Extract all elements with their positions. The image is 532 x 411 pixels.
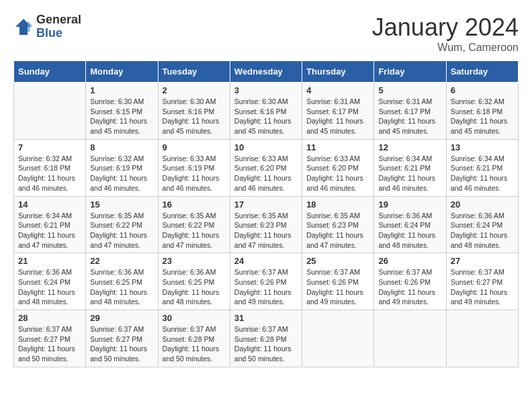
calendar-cell: 16Sunrise: 6:35 AM Sunset: 6:22 PM Dayli… [158,196,230,253]
day-number: 11 [306,142,369,152]
day-number: 14 [18,199,81,210]
calendar-cell [302,310,374,367]
day-info: Sunrise: 6:37 AM Sunset: 6:26 PM Dayligh… [306,267,369,307]
title-area: January 2024 Wum, Cameroon [372,13,519,54]
header-cell-saturday: Saturday [446,61,518,83]
day-info: Sunrise: 6:35 AM Sunset: 6:22 PM Dayligh… [90,211,153,250]
day-number: 24 [234,256,298,266]
calendar-cell: 13Sunrise: 6:34 AM Sunset: 6:21 PM Dayli… [446,139,518,196]
day-info: Sunrise: 6:37 AM Sunset: 6:28 PM Dayligh… [234,324,298,364]
calendar-table: SundayMondayTuesdayWednesdayThursdayFrid… [13,60,519,367]
calendar-cell: 17Sunrise: 6:35 AM Sunset: 6:23 PM Dayli… [230,196,302,253]
day-info: Sunrise: 6:31 AM Sunset: 6:17 PM Dayligh… [306,97,369,136]
day-number: 8 [90,142,153,152]
calendar-cell: 30Sunrise: 6:37 AM Sunset: 6:28 PM Dayli… [158,310,230,367]
calendar-cell: 29Sunrise: 6:37 AM Sunset: 6:27 PM Dayli… [86,310,158,367]
day-info: Sunrise: 6:33 AM Sunset: 6:20 PM Dayligh… [234,154,298,193]
header-cell-friday: Friday [374,61,446,83]
day-number: 15 [90,199,153,210]
day-number: 30 [163,313,226,323]
logo: General Blue [13,13,81,40]
day-info: Sunrise: 6:35 AM Sunset: 6:23 PM Dayligh… [234,211,298,250]
logo-text: General Blue [36,13,81,40]
day-number: 26 [378,256,441,266]
day-number: 3 [234,85,298,95]
calendar-cell: 23Sunrise: 6:36 AM Sunset: 6:25 PM Dayli… [158,253,230,310]
day-info: Sunrise: 6:30 AM Sunset: 6:16 PM Dayligh… [234,97,298,136]
calendar-cell: 8Sunrise: 6:32 AM Sunset: 6:19 PM Daylig… [86,139,158,196]
day-info: Sunrise: 6:34 AM Sunset: 6:21 PM Dayligh… [378,154,441,193]
calendar-cell: 2Sunrise: 6:30 AM Sunset: 6:16 PM Daylig… [158,83,230,140]
day-number: 21 [18,256,81,266]
day-number: 19 [378,199,441,210]
day-info: Sunrise: 6:37 AM Sunset: 6:27 PM Dayligh… [18,324,81,364]
day-number: 13 [451,142,514,152]
day-info: Sunrise: 6:36 AM Sunset: 6:25 PM Dayligh… [90,267,153,307]
day-info: Sunrise: 6:32 AM Sunset: 6:18 PM Dayligh… [451,97,514,136]
calendar-cell: 28Sunrise: 6:37 AM Sunset: 6:27 PM Dayli… [14,310,86,367]
calendar-cell: 22Sunrise: 6:36 AM Sunset: 6:25 PM Dayli… [86,253,158,310]
week-row-4: 21Sunrise: 6:36 AM Sunset: 6:24 PM Dayli… [14,253,519,310]
day-info: Sunrise: 6:35 AM Sunset: 6:23 PM Dayligh… [306,211,369,250]
header-cell-monday: Monday [86,61,158,83]
logo-blue: Blue [36,27,81,40]
day-number: 6 [451,85,514,95]
day-number: 28 [18,313,81,323]
day-info: Sunrise: 6:30 AM Sunset: 6:15 PM Dayligh… [90,97,153,136]
day-number: 10 [234,142,298,152]
header-cell-tuesday: Tuesday [158,61,230,83]
day-number: 2 [163,85,226,95]
day-number: 16 [163,199,226,210]
day-number: 9 [163,142,226,152]
day-info: Sunrise: 6:36 AM Sunset: 6:25 PM Dayligh… [163,267,226,307]
logo-general: General [36,13,81,27]
calendar-cell: 21Sunrise: 6:36 AM Sunset: 6:24 PM Dayli… [14,253,86,310]
calendar-cell: 11Sunrise: 6:33 AM Sunset: 6:20 PM Dayli… [302,139,374,196]
day-number: 1 [90,85,153,95]
day-number: 29 [90,313,153,323]
header-cell-sunday: Sunday [14,61,86,83]
week-row-1: 1Sunrise: 6:30 AM Sunset: 6:15 PM Daylig… [14,83,519,140]
day-number: 4 [306,85,369,95]
svg-marker-1 [28,21,33,32]
calendar-cell [374,310,446,367]
day-info: Sunrise: 6:32 AM Sunset: 6:19 PM Dayligh… [90,154,153,193]
day-info: Sunrise: 6:37 AM Sunset: 6:26 PM Dayligh… [234,267,298,307]
day-info: Sunrise: 6:34 AM Sunset: 6:21 PM Dayligh… [18,211,81,250]
logo-icon [13,17,34,37]
calendar-cell [446,310,518,367]
calendar-cell: 27Sunrise: 6:37 AM Sunset: 6:27 PM Dayli… [446,253,518,310]
calendar-cell: 3Sunrise: 6:30 AM Sunset: 6:16 PM Daylig… [230,83,302,140]
calendar-cell: 9Sunrise: 6:33 AM Sunset: 6:19 PM Daylig… [158,139,230,196]
day-info: Sunrise: 6:36 AM Sunset: 6:24 PM Dayligh… [378,211,441,250]
calendar-cell: 15Sunrise: 6:35 AM Sunset: 6:22 PM Dayli… [86,196,158,253]
day-number: 17 [234,199,298,210]
day-info: Sunrise: 6:36 AM Sunset: 6:24 PM Dayligh… [18,267,81,307]
day-number: 20 [451,199,514,210]
calendar-cell: 4Sunrise: 6:31 AM Sunset: 6:17 PM Daylig… [302,83,374,140]
week-row-3: 14Sunrise: 6:34 AM Sunset: 6:21 PM Dayli… [14,196,519,253]
header-row: SundayMondayTuesdayWednesdayThursdayFrid… [14,61,519,83]
page-header: General Blue January 2024 Wum, Cameroon [13,13,519,54]
calendar-cell [14,83,86,140]
day-info: Sunrise: 6:33 AM Sunset: 6:20 PM Dayligh… [306,154,369,193]
calendar-cell: 10Sunrise: 6:33 AM Sunset: 6:20 PM Dayli… [230,139,302,196]
header-cell-thursday: Thursday [302,61,374,83]
week-row-2: 7Sunrise: 6:32 AM Sunset: 6:18 PM Daylig… [14,139,519,196]
week-row-5: 28Sunrise: 6:37 AM Sunset: 6:27 PM Dayli… [14,310,519,367]
day-number: 7 [18,142,81,152]
day-info: Sunrise: 6:31 AM Sunset: 6:17 PM Dayligh… [378,97,441,136]
day-number: 22 [90,256,153,266]
day-info: Sunrise: 6:35 AM Sunset: 6:22 PM Dayligh… [163,211,226,250]
location: Wum, Cameroon [372,42,519,54]
calendar-cell: 31Sunrise: 6:37 AM Sunset: 6:28 PM Dayli… [230,310,302,367]
calendar-cell: 7Sunrise: 6:32 AM Sunset: 6:18 PM Daylig… [14,139,86,196]
day-number: 5 [378,85,441,95]
day-info: Sunrise: 6:34 AM Sunset: 6:21 PM Dayligh… [451,154,514,193]
day-info: Sunrise: 6:36 AM Sunset: 6:24 PM Dayligh… [451,211,514,250]
calendar-cell: 26Sunrise: 6:37 AM Sunset: 6:26 PM Dayli… [374,253,446,310]
calendar-cell: 14Sunrise: 6:34 AM Sunset: 6:21 PM Dayli… [14,196,86,253]
day-info: Sunrise: 6:37 AM Sunset: 6:28 PM Dayligh… [163,324,226,364]
day-info: Sunrise: 6:33 AM Sunset: 6:19 PM Dayligh… [163,154,226,193]
calendar-cell: 1Sunrise: 6:30 AM Sunset: 6:15 PM Daylig… [86,83,158,140]
